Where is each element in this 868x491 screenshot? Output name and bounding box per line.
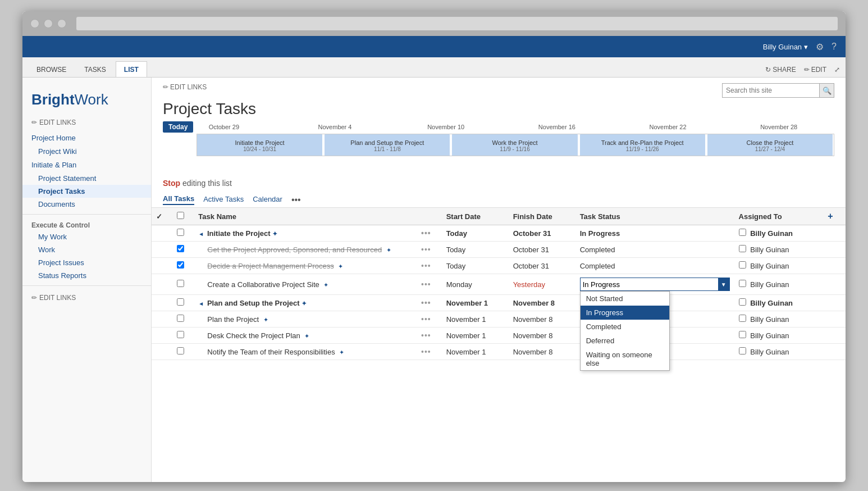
assigned-checkbox-3[interactable]: [739, 280, 746, 287]
menu-dots-4[interactable]: •••: [421, 298, 431, 307]
settings-icon-3[interactable]: ✦: [323, 281, 328, 288]
row-check-3: [152, 274, 172, 295]
row-select-2: [172, 258, 194, 274]
assigned-checkbox-6[interactable]: [739, 331, 746, 338]
tab-list[interactable]: LIST: [116, 61, 147, 77]
assigned-checkbox-1[interactable]: [739, 245, 746, 252]
sidebar-item-project-statement[interactable]: Project Statement: [22, 172, 151, 185]
gantt-bar-2: Work the Project 11/9 - 11/16: [452, 134, 577, 156]
col-header-status[interactable]: Task Status: [575, 208, 734, 225]
tab-calendar[interactable]: Calendar: [253, 195, 282, 204]
row-checkbox-1[interactable]: [177, 245, 184, 252]
col-header-start[interactable]: Start Date: [442, 208, 509, 225]
ribbon-actions: ↻ SHARE ✏ EDIT ⤢: [765, 66, 840, 77]
window-minimize-btn[interactable]: [44, 19, 53, 28]
row-checkbox-4[interactable]: [177, 298, 184, 306]
settings-icon-4[interactable]: ✦: [301, 300, 307, 307]
sidebar-item-project-issues[interactable]: Project Issues: [22, 256, 151, 269]
settings-icon-5[interactable]: ✦: [263, 316, 268, 323]
menu-dots-2[interactable]: •••: [421, 261, 431, 270]
status-option-not-started[interactable]: Not Started: [581, 292, 669, 306]
search-button[interactable]: 🔍: [819, 84, 834, 97]
row-checkbox-5[interactable]: [177, 315, 184, 322]
row-checkbox-0[interactable]: [177, 229, 184, 236]
assigned-checkbox-4[interactable]: [739, 298, 746, 306]
pencil-icon: ✏: [31, 119, 37, 126]
url-bar[interactable]: [76, 17, 838, 30]
menu-dots-6[interactable]: •••: [421, 331, 431, 340]
settings-icon[interactable]: ⚙: [816, 42, 824, 52]
status-option-completed[interactable]: Completed: [581, 320, 669, 334]
row-finish-0: October 31: [509, 225, 575, 242]
check-all-icon[interactable]: ✓: [156, 212, 162, 221]
tab-tasks[interactable]: TASKS: [76, 61, 114, 77]
tab-active-tasks[interactable]: Active Tasks: [203, 195, 244, 204]
row-assigned-1: Billy Guinan: [734, 242, 824, 258]
assigned-checkbox-2[interactable]: [739, 261, 746, 269]
search-box[interactable]: 🔍: [722, 83, 834, 98]
col-header-finish[interactable]: Finish Date: [509, 208, 575, 225]
menu-dots-5[interactable]: •••: [421, 315, 431, 324]
sidebar-item-project-home[interactable]: Project Home: [22, 131, 151, 145]
edit-icon: ✏: [804, 66, 810, 74]
help-icon[interactable]: ?: [832, 42, 837, 52]
assigned-checkbox-5[interactable]: [739, 315, 746, 322]
expand-icon-0[interactable]: ◄: [198, 231, 204, 237]
share-button[interactable]: ↻ SHARE: [765, 66, 796, 74]
row-name-6: Desk Check the Project Plan ✦: [194, 328, 417, 344]
row-finish-3: Yesterday: [509, 274, 575, 295]
row-start-1: Today: [442, 242, 509, 258]
status-option-in-progress[interactable]: In Progress: [581, 306, 669, 320]
sidebar-item-my-work[interactable]: My Work: [22, 230, 151, 243]
today-button[interactable]: Today: [163, 121, 193, 133]
assigned-checkbox-0[interactable]: [739, 229, 746, 236]
col-header-assigned[interactable]: Assigned To: [734, 208, 824, 225]
focus-button[interactable]: ⤢: [834, 66, 840, 74]
status-option-deferred[interactable]: Deferred: [581, 334, 669, 348]
settings-icon-1[interactable]: ✦: [386, 247, 391, 253]
settings-icon-6[interactable]: ✦: [304, 333, 309, 339]
sidebar-item-work[interactable]: Work: [22, 243, 151, 256]
edit-links-bottom[interactable]: ✏ EDIT LINKS: [22, 289, 151, 306]
settings-icon-0[interactable]: ✦: [272, 230, 277, 237]
sidebar-item-project-wiki[interactable]: Project Wiki: [22, 145, 151, 158]
assigned-checkbox-7[interactable]: [739, 347, 746, 354]
row-finish-7: November 8: [509, 344, 575, 360]
tab-all-tasks[interactable]: All Tasks: [163, 194, 194, 205]
row-name-1: Get the Project Approved, Sponsored, and…: [194, 242, 417, 258]
edit-button[interactable]: ✏ EDIT: [804, 66, 826, 74]
expand-icon-4[interactable]: ◄: [198, 301, 204, 307]
row-checkbox-3[interactable]: [177, 280, 184, 287]
row-assigned-5: Billy Guinan: [734, 311, 824, 328]
menu-dots-0[interactable]: •••: [421, 229, 431, 238]
window-maximize-btn[interactable]: [57, 19, 66, 28]
user-menu[interactable]: Billy Guinan ▾: [763, 43, 808, 51]
menu-dots-1[interactable]: •••: [421, 245, 431, 254]
menu-dots-3[interactable]: •••: [421, 280, 431, 289]
status-input-field[interactable]: [581, 279, 718, 290]
row-add-6: [823, 328, 846, 344]
edit-links-top[interactable]: ✏ EDIT LINKS: [22, 114, 151, 131]
add-column-icon[interactable]: +: [828, 211, 833, 221]
menu-dots-7[interactable]: •••: [421, 347, 431, 356]
sidebar-item-project-tasks[interactable]: Project Tasks: [22, 185, 151, 198]
sidebar-item-documents[interactable]: Documents: [22, 198, 151, 211]
status-dropdown-toggle[interactable]: ▼: [718, 278, 729, 290]
window-close-btn[interactable]: [30, 19, 39, 28]
more-tabs-icon[interactable]: •••: [291, 195, 301, 205]
sidebar-item-initiate-plan[interactable]: Initiate & Plan: [22, 158, 151, 172]
status-option-waiting[interactable]: Waiting on someone else: [581, 348, 669, 370]
stop-editing-link[interactable]: Stop: [163, 179, 180, 188]
col-header-name[interactable]: Task Name: [194, 208, 417, 225]
row-name-7: Notify the Team of their Responsibilitie…: [194, 344, 417, 360]
select-all-checkbox[interactable]: [177, 212, 184, 219]
row-checkbox-7[interactable]: [177, 347, 184, 354]
sidebar-item-status-reports[interactable]: Status Reports: [22, 269, 151, 282]
row-checkbox-2[interactable]: [177, 261, 184, 269]
edit-links-content-btn[interactable]: ✏ EDIT LINKS: [163, 83, 207, 91]
row-checkbox-6[interactable]: [177, 331, 184, 338]
settings-icon-2[interactable]: ✦: [338, 263, 343, 270]
tab-browse[interactable]: BROWSE: [28, 61, 75, 77]
settings-icon-7[interactable]: ✦: [339, 349, 344, 356]
search-input[interactable]: [723, 87, 819, 94]
